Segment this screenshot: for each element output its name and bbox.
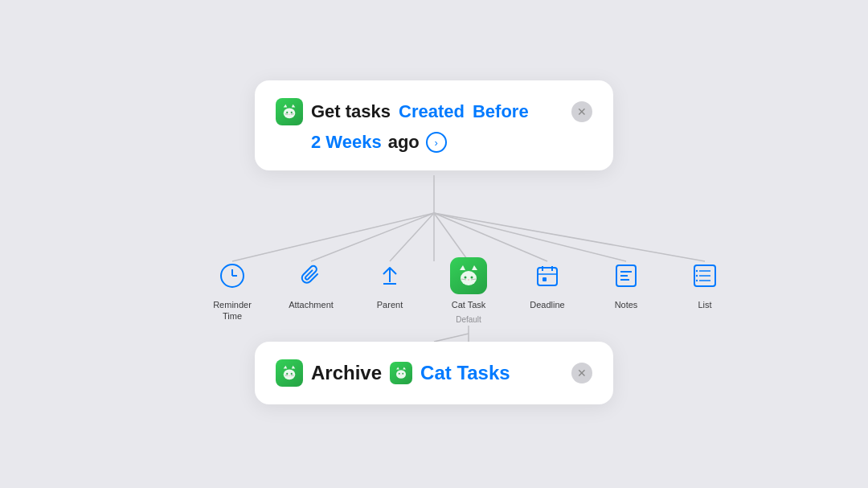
svg-point-26 [465,277,467,279]
parent-label: Parent [377,299,403,310]
svg-marker-24 [472,265,477,270]
bottom-card: Archive Cat Tasks ✕ [255,342,613,404]
app-icon-bottom-small [390,362,412,384]
svg-line-16 [434,213,705,261]
svg-marker-55 [396,367,399,370]
svg-point-46 [696,280,698,281]
reminder-time-icon-box [214,257,251,294]
notes-icon-box [608,257,645,294]
svg-point-3 [284,108,296,118]
svg-point-4 [286,112,288,113]
icon-item-parent[interactable]: Parent [362,257,417,310]
attachment-label: Attachment [289,299,334,310]
parent-icon-box [371,257,408,294]
svg-point-52 [289,375,289,376]
svg-marker-56 [403,367,406,370]
svg-marker-23 [460,265,465,270]
notes-label: Notes [615,299,638,310]
connector-lines [0,0,868,488]
svg-line-18 [434,334,469,342]
close-button-bottom[interactable]: ✕ [571,363,592,383]
svg-point-44 [696,270,698,272]
svg-line-10 [232,213,434,261]
svg-point-58 [399,373,400,375]
icon-item-reminder-time[interactable]: ReminderTime [205,257,260,322]
svg-point-6 [289,114,289,115]
svg-marker-47 [284,366,288,369]
svg-point-59 [402,373,403,375]
cat-task-sublabel: Default [456,315,481,324]
svg-line-12 [390,213,434,261]
svg-point-27 [471,277,473,279]
svg-rect-35 [542,277,547,281]
svg-line-14 [434,213,547,261]
close-button-top[interactable]: ✕ [571,101,592,122]
svg-point-28 [468,279,469,281]
svg-point-50 [286,373,288,375]
icon-item-deadline[interactable]: Deadline [520,257,575,310]
svg-line-15 [434,213,626,261]
svg-line-11 [311,213,434,261]
label-archive: Archive [311,362,382,384]
icon-item-notes[interactable]: Notes [599,257,653,310]
icon-item-attachment[interactable]: Attachment [284,257,338,310]
icon-item-list[interactable]: List [678,257,732,310]
app-icon-top [276,98,303,125]
svg-point-51 [291,373,293,375]
svg-point-5 [291,112,293,113]
list-label: List [698,299,711,310]
top-card: Get tasks Created Before ✕ 2 Weeks ago › [255,80,613,170]
svg-line-13 [434,213,469,261]
icon-item-cat-task[interactable]: Cat Task Default [441,257,496,324]
svg-point-60 [400,375,401,375]
label-cat-tasks[interactable]: Cat Tasks [420,362,510,384]
label-ago: ago [388,132,420,153]
svg-point-57 [396,370,406,379]
svg-marker-1 [284,105,288,108]
reminder-time-label: ReminderTime [213,299,252,322]
deadline-icon-box [529,257,566,294]
svg-rect-31 [538,268,557,285]
icons-row: ReminderTime Attachment Parent [205,257,732,324]
cat-task-icon-box [450,257,487,294]
cat-task-label: Cat Task [452,299,486,310]
label-2weeks[interactable]: 2 Weeks [311,132,382,153]
svg-point-25 [461,271,477,285]
label-get-tasks: Get tasks [311,101,391,122]
next-button[interactable]: › [426,132,447,153]
svg-marker-2 [292,105,296,108]
app-icon-bottom [276,359,303,387]
label-before[interactable]: Before [473,101,529,122]
svg-point-49 [284,369,296,379]
svg-point-45 [696,275,698,277]
label-created[interactable]: Created [399,101,465,122]
canvas: Get tasks Created Before ✕ 2 Weeks ago › [0,0,868,488]
attachment-icon-box [293,257,330,294]
list-icon-box [686,257,723,294]
deadline-label: Deadline [530,299,564,310]
svg-marker-48 [292,366,296,369]
